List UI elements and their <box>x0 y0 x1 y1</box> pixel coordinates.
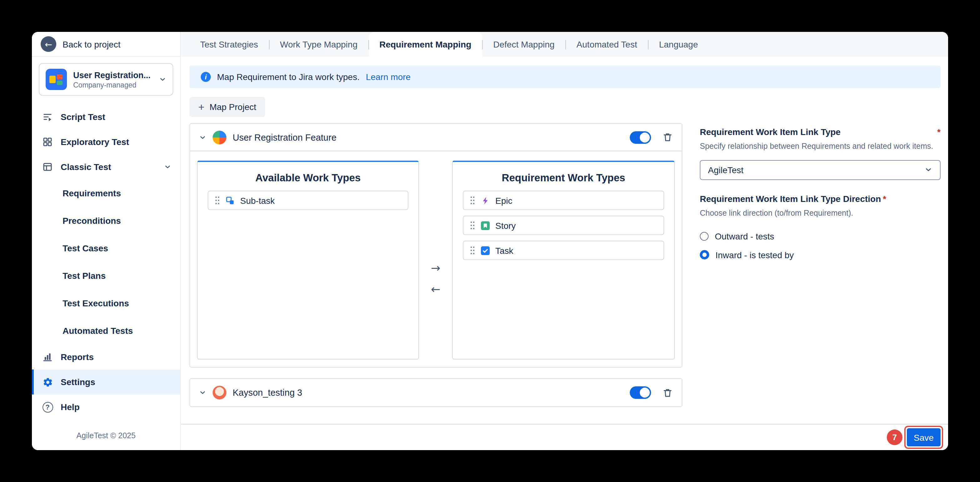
script-test-icon <box>42 112 53 122</box>
project-type: Company-managed <box>73 81 153 89</box>
tab-separator <box>368 40 369 49</box>
sidebar-item-automated-tests[interactable]: Automated Tests <box>32 317 180 344</box>
back-arrow-icon: ← <box>41 36 56 52</box>
learn-more-link[interactable]: Learn more <box>366 72 410 82</box>
project-section-header: Kayson_testing 3 <box>190 379 682 406</box>
tab-language[interactable]: Language <box>648 32 709 57</box>
required-asterisk: * <box>937 127 940 137</box>
work-type-item-epic[interactable]: Epic <box>463 191 664 210</box>
work-type-label: Task <box>495 245 514 255</box>
radio-label: Inward - is tested by <box>716 250 794 260</box>
tab-requirement-mapping[interactable]: Requirement Mapping <box>369 32 482 57</box>
sidebar-item-test-plans[interactable]: Test Plans <box>32 262 180 290</box>
tab-work-type-mapping[interactable]: Work Type Mapping <box>269 32 368 57</box>
project-section-kayson-testing: Kayson_testing 3 <box>189 378 682 407</box>
app-window: ← Back to project User Registration... C… <box>32 32 948 450</box>
move-left-arrow-button[interactable]: ← <box>431 284 440 295</box>
tab-automated-test[interactable]: Automated Test <box>566 32 648 57</box>
copyright-note: AgileTest © 2025 <box>32 423 180 450</box>
collapse-chevron-icon[interactable] <box>199 389 206 396</box>
sidebar-item-label: Test Plans <box>62 271 106 281</box>
link-type-description: Specify relationship between Requirement… <box>700 141 940 153</box>
radio-outward-tests[interactable]: Outward - tests <box>700 227 940 245</box>
work-type-item-task[interactable]: Task <box>463 241 664 260</box>
sidebar-item-test-cases[interactable]: Test Cases <box>32 234 180 262</box>
sidebar-item-test-executions[interactable]: Test Executions <box>32 290 180 317</box>
sidebar-item-label: Test Cases <box>62 243 108 253</box>
direction-title: Requirement Work Item Link Type Directio… <box>700 194 881 204</box>
footer-action-bar: 7 Save <box>181 424 948 450</box>
project-avatar <box>213 386 226 399</box>
radio-label: Outward - tests <box>715 231 774 241</box>
link-type-select[interactable]: AgileTest <box>700 160 940 180</box>
link-type-title: Requirement Work Item Link Type <box>700 127 840 137</box>
settings-tabbar: Test Strategies Work Type Mapping Requir… <box>181 32 948 57</box>
task-icon <box>481 246 490 255</box>
chevron-down-icon <box>164 163 171 171</box>
project-section-name: Kayson_testing 3 <box>233 388 302 398</box>
link-type-panel: Requirement Work Item Link Type * Specif… <box>700 123 940 264</box>
card-title: Available Work Types <box>197 162 418 191</box>
sidebar-item-exploratory-test[interactable]: Exploratory Test <box>32 129 180 154</box>
toggle-knob <box>640 132 650 142</box>
work-type-item-subtask[interactable]: Sub-task <box>208 191 408 210</box>
sidebar-item-classic-test[interactable]: Classic Test <box>32 154 180 180</box>
chevron-down-icon <box>159 76 166 83</box>
map-project-button[interactable]: + Map Project <box>189 97 265 117</box>
drag-handle-icon[interactable] <box>470 246 475 255</box>
project-enabled-toggle[interactable] <box>630 131 651 143</box>
project-enabled-toggle[interactable] <box>630 387 651 399</box>
back-label: Back to project <box>62 39 120 49</box>
radio-unselected-icon <box>700 232 709 240</box>
tab-test-strategies[interactable]: Test Strategies <box>189 32 269 57</box>
sidebar-item-settings[interactable]: Settings <box>32 369 180 395</box>
move-right-arrow-button[interactable]: → <box>431 262 440 274</box>
trash-icon[interactable] <box>662 387 673 398</box>
mapping-layout: User Registration Feature <box>189 123 940 407</box>
tab-label: Language <box>659 40 698 49</box>
project-section-header: User Registration Feature <box>190 124 682 151</box>
drag-handle-icon[interactable] <box>215 196 220 205</box>
sidebar-item-preconditions[interactable]: Preconditions <box>32 207 180 234</box>
sidebar-item-label: Automated Tests <box>62 326 133 336</box>
bar-chart-icon <box>42 352 53 362</box>
collapse-chevron-icon[interactable] <box>199 134 206 141</box>
card-title: Requirement Work Types <box>453 162 674 191</box>
back-to-project-button[interactable]: ← Back to project <box>32 32 180 57</box>
sidebar-item-label: Settings <box>60 377 95 387</box>
sidebar-item-label: Exploratory Test <box>60 137 129 147</box>
work-type-label: Story <box>495 220 515 231</box>
sidebar-item-label: Help <box>60 402 80 412</box>
radio-inward-is-tested-by[interactable]: Inward - is tested by <box>700 245 940 264</box>
map-project-label: Map Project <box>210 102 256 112</box>
requirement-work-types-card: Requirement Work Types <box>452 161 675 360</box>
project-selector[interactable]: User Registration... Company-managed <box>39 63 173 95</box>
link-type-value: AgileTest <box>708 165 744 175</box>
main-area: Test Strategies Work Type Mapping Requir… <box>181 32 948 450</box>
work-type-item-story[interactable]: Story <box>463 216 664 235</box>
drag-handle-icon[interactable] <box>470 196 475 205</box>
annotation-highlight-box: Save <box>904 426 943 449</box>
epic-icon <box>481 196 490 205</box>
trash-icon[interactable] <box>662 132 673 143</box>
work-type-mapper: Available Work Types <box>190 151 682 367</box>
sidebar-item-script-test[interactable]: Script Test <box>32 104 180 129</box>
banner-text: Map Requirement to Jira work types. <box>217 72 360 82</box>
tab-label: Requirement Mapping <box>379 40 471 49</box>
help-icon: ? <box>42 402 53 412</box>
tab-label: Test Strategies <box>200 40 258 49</box>
sidebar-item-reports[interactable]: Reports <box>32 344 180 369</box>
sidebar-nav: Script Test Exploratory Test Classic Tes… <box>32 98 180 450</box>
sidebar-item-requirements[interactable]: Requirements <box>32 180 180 207</box>
save-button[interactable]: Save <box>907 428 940 446</box>
project-name: User Registration... <box>73 70 153 80</box>
required-asterisk: * <box>883 194 886 204</box>
tab-defect-mapping[interactable]: Defect Mapping <box>482 32 565 57</box>
drag-handle-icon[interactable] <box>470 221 475 230</box>
story-icon <box>481 221 490 230</box>
tab-label: Defect Mapping <box>493 40 554 49</box>
sidebar-item-help[interactable]: ? Help <box>32 395 180 420</box>
project-logo-icon <box>46 69 67 90</box>
subtask-icon <box>226 196 234 205</box>
screenshot-stage: ← Back to project User Registration... C… <box>0 0 980 482</box>
